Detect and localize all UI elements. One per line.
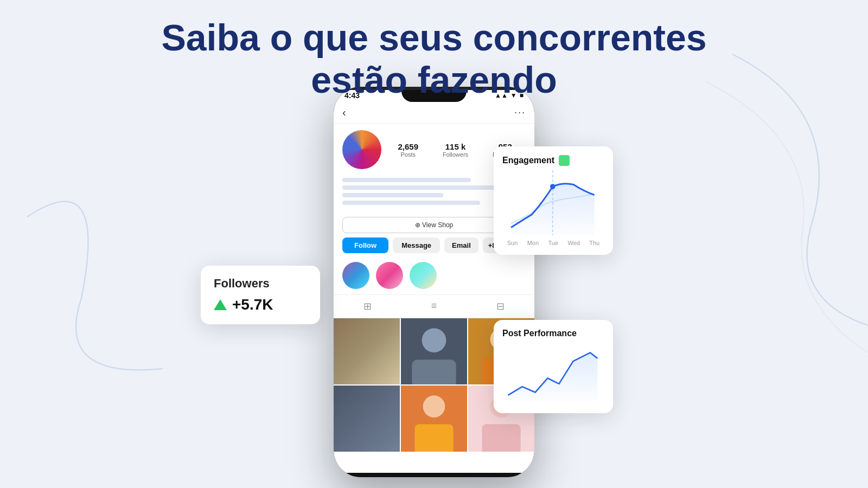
story-circle-3[interactable] bbox=[410, 262, 437, 289]
more-options-button[interactable]: ··· bbox=[514, 107, 526, 118]
followers-number: +5.7K bbox=[232, 296, 273, 313]
photo-cell-2[interactable] bbox=[401, 318, 467, 384]
tab-grid[interactable]: ⊞ bbox=[363, 300, 372, 312]
posts-stat: 2,659 Posts bbox=[398, 142, 418, 158]
followers-card-value: +5.7K bbox=[214, 296, 307, 313]
svg-rect-11 bbox=[482, 424, 520, 452]
photo-cell-5[interactable] bbox=[401, 386, 467, 452]
svg-rect-8 bbox=[414, 424, 453, 452]
message-button[interactable]: Message bbox=[393, 237, 440, 253]
follow-button[interactable]: Follow bbox=[342, 237, 388, 253]
day-tue: Tue bbox=[548, 240, 559, 246]
story-circle-1[interactable] bbox=[342, 262, 369, 289]
profile-nav: ‹ ··· bbox=[334, 102, 534, 124]
followers-label: Followers bbox=[443, 151, 468, 158]
engagement-chart bbox=[502, 170, 604, 235]
posts-label: Posts bbox=[398, 151, 418, 158]
profile-avatar bbox=[342, 130, 381, 169]
bio-line-1 bbox=[342, 178, 471, 182]
engagement-card: Engagement Sun Mon Tue Wed Thu bbox=[494, 146, 613, 255]
phone-mockup: 4:43 ▲▲ ▼ ■ ‹ ··· 2,659 Posts bbox=[334, 87, 534, 477]
followers-count: 115 k bbox=[443, 142, 468, 151]
day-wed: Wed bbox=[567, 240, 579, 246]
svg-point-7 bbox=[423, 395, 445, 418]
hero-line2: estão fazendo bbox=[0, 59, 868, 101]
post-performance-title: Post Performance bbox=[502, 329, 604, 338]
engagement-chart-labels: Sun Mon Tue Wed Thu bbox=[502, 240, 604, 246]
engagement-card-title: Engagement bbox=[502, 155, 604, 166]
engagement-badge bbox=[559, 155, 570, 166]
svg-rect-2 bbox=[412, 359, 456, 384]
photo-cell-4[interactable] bbox=[334, 386, 400, 452]
story-circle-2[interactable] bbox=[376, 262, 403, 289]
followers-card-label: Followers bbox=[214, 277, 307, 291]
svg-point-1 bbox=[422, 328, 446, 352]
tab-reels[interactable]: ≡ bbox=[431, 300, 437, 312]
profile-tabs: ⊞ ≡ ⊟ bbox=[334, 294, 534, 318]
hero-title: Saiba o que seus concorrentes estão faze… bbox=[0, 16, 868, 101]
bio-line-4 bbox=[342, 201, 480, 205]
back-button[interactable]: ‹ bbox=[342, 106, 346, 119]
day-thu: Thu bbox=[589, 240, 599, 246]
tab-tagged[interactable]: ⊟ bbox=[496, 300, 505, 312]
followers-card: Followers +5.7K bbox=[201, 266, 320, 324]
email-button[interactable]: Email bbox=[444, 237, 478, 253]
bio-line-2 bbox=[342, 185, 498, 190]
bio-line-3 bbox=[342, 193, 443, 197]
post-performance-card: Post Performance bbox=[494, 320, 613, 413]
day-sun: Sun bbox=[507, 240, 518, 246]
followers-stat: 115 k Followers bbox=[443, 142, 468, 158]
svg-point-13 bbox=[550, 184, 556, 189]
posts-count: 2,659 bbox=[398, 142, 418, 151]
up-arrow-icon bbox=[214, 299, 227, 310]
story-circles bbox=[334, 256, 534, 294]
day-mon: Mon bbox=[527, 240, 539, 246]
photo-cell-1[interactable] bbox=[334, 318, 400, 384]
hero-line1: Saiba o que seus concorrentes bbox=[0, 16, 868, 59]
post-performance-chart bbox=[502, 343, 604, 402]
